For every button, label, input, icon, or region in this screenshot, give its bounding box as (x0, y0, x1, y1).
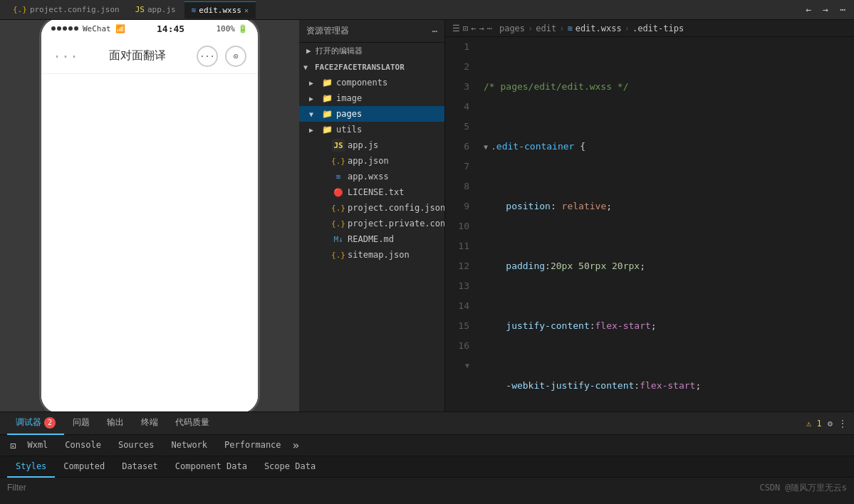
folder-components[interactable]: ▶ 📁 components (299, 75, 444, 90)
styles-label: Styles (16, 461, 46, 471)
tab-project-config[interactable]: {.} project.config.json (6, 1, 127, 19)
txt-icon-license: 🔴 (332, 186, 345, 199)
folder-pages[interactable]: ▼ 📁 pages (299, 106, 444, 122)
nav-icon-2[interactable]: ⊡ (463, 23, 468, 33)
file-label-appwxss: app.wxss (348, 172, 389, 182)
root-arrow: ▼ (303, 63, 315, 71)
more-files-icon[interactable]: ⋯ (432, 26, 437, 36)
main-area: WeChat 📶 14:45 100% 🔋 ··· 面对面翻译 ··· ⊙ (0, 20, 854, 411)
settings-icon[interactable]: ⚙ (828, 419, 833, 429)
project-name: FACE2FACETRANSLATOR (315, 63, 405, 72)
phone-page-title: 面对面翻译 (109, 48, 166, 63)
signal-dot-3 (63, 26, 67, 31)
js-icon-appjs: JS (332, 139, 345, 152)
json-icon-appjson: {.} (332, 154, 345, 167)
subpanel-tab-scopedata[interactable]: Scope Data (256, 456, 324, 478)
file-appwxss[interactable]: ≋ app.wxss (299, 169, 444, 184)
close-tab-icon[interactable]: ✕ (244, 6, 249, 14)
filter-input[interactable] (7, 483, 150, 493)
file-label-sitemap: sitemap.json (348, 250, 410, 260)
nav-back[interactable]: ← (471, 23, 476, 33)
panel-tab-wxml[interactable]: Wxml (19, 435, 56, 456)
top-bar: {.} project.config.json JS app.js ≋ edit… (0, 0, 854, 20)
scopedata-label: Scope Data (264, 461, 316, 471)
panel-tab-network[interactable]: Network (163, 435, 217, 456)
signal-dot-1 (51, 26, 56, 31)
folder-arrow: ▶ (309, 79, 321, 87)
file-sitemap[interactable]: {.} sitemap.json (299, 247, 444, 263)
phone-action-icon-2[interactable]: ⊙ (225, 46, 246, 67)
file-license[interactable]: 🔴 LICENSE.txt (299, 184, 444, 200)
quality-label: 代码质量 (175, 416, 209, 429)
file-panel-header-icons: ⋯ (432, 26, 437, 36)
folder-label-image: image (336, 93, 362, 103)
file-panel-header: 资源管理器 ⋯ (299, 20, 444, 43)
panel-tab-console[interactable]: Console (56, 435, 110, 456)
devtools-tab-output[interactable]: 输出 (98, 412, 132, 435)
subpanel-tab-componentdata[interactable]: Component Data (167, 456, 256, 478)
nav-fwd[interactable]: → (479, 23, 484, 33)
phone-panel: WeChat 📶 14:45 100% 🔋 ··· 面对面翻译 ··· ⊙ (0, 20, 299, 411)
phone-action-icon-1[interactable]: ··· (197, 46, 218, 67)
file-projectconfig[interactable]: {.} project.config.json (299, 200, 444, 216)
subpanel-tabs-row: Styles Computed Dataset Component Data S… (0, 456, 854, 478)
subpanel-tab-dataset[interactable]: Dataset (113, 456, 167, 478)
file-appjs[interactable]: JS app.js (299, 137, 444, 153)
code-line-5: justify-content:flex-start; (484, 316, 854, 336)
devtools-tab-debugger[interactable]: 调试器 2 (7, 412, 64, 435)
bc-filename: edit.wxss (576, 23, 622, 33)
file-explorer: 资源管理器 ⋯ ▶ 打开的编辑器 ▼ FACE2FACETRANSLATOR ▶… (299, 20, 445, 411)
tab-appjs[interactable]: JS app.js (128, 1, 183, 19)
selector-icon: ⊡ (10, 440, 16, 451)
devtools-tab-terminal[interactable]: 终端 (132, 412, 167, 435)
json-icon-projectprivate: {.} (332, 217, 345, 230)
forward-icon[interactable]: → (820, 3, 831, 16)
subpanel-tab-computed[interactable]: Computed (55, 456, 113, 478)
folder-label-pages: pages (336, 109, 362, 119)
code-container: 1 2 3 4 5 6 7 8 9 10 11 12 13 14 15 16 ▼… (445, 37, 854, 411)
json-icon-projectconfig: {.} (332, 201, 345, 214)
wxml-label: Wxml (27, 440, 48, 450)
code-line-6: -webkit-justify-content:flex-start; (484, 376, 854, 396)
top-bar-icons: ← → ⋯ (803, 3, 848, 16)
devtools-tab-quality[interactable]: 代码质量 (167, 412, 218, 435)
devtools-tab-issues[interactable]: 问题 (64, 412, 98, 435)
folder-arrow-utils: ▶ (309, 126, 321, 134)
file-projectprivate[interactable]: {.} project.private.config.js... (299, 216, 444, 231)
folder-arrow-pages: ▼ (309, 110, 321, 118)
selector-tool[interactable]: ⊡ (7, 440, 19, 451)
folder-label-components: components (336, 78, 387, 88)
debugger-badge: 2 (44, 417, 56, 429)
signal-dot-2 (57, 26, 61, 31)
phone-body (41, 74, 258, 411)
more-devtools-icon[interactable]: ⋮ (838, 419, 847, 429)
folder-icon-image: 📁 (321, 92, 333, 105)
breadcrumb-nav-icons: ☰ ⊡ ← → ⋯ (452, 23, 492, 33)
file-readme[interactable]: M↓ README.md (299, 231, 444, 247)
warning-count[interactable]: ⚠ 1 (806, 419, 822, 429)
bc-wxss-icon: ≋ (567, 23, 572, 33)
signal-dot-4 (68, 26, 73, 31)
nav-icon-1[interactable]: ☰ (452, 23, 460, 33)
devtools-tabs-row: 调试器 2 问题 输出 终端 代码质量 ⚠ 1 ⚙ ⋮ (0, 412, 854, 435)
file-label-projectprivate: project.private.config.js... (348, 219, 444, 229)
more-icon[interactable]: ⋯ (837, 3, 848, 16)
file-label-license: LICENSE.txt (348, 187, 404, 197)
back-icon[interactable]: ← (803, 3, 815, 16)
code-line-1: /* pages/edit/edit.wxss */ (484, 77, 854, 97)
more-panel-tabs-icon[interactable]: » (293, 439, 300, 452)
folder-utils[interactable]: ▶ 📁 utils (299, 122, 444, 137)
nav-more[interactable]: ⋯ (487, 23, 492, 33)
open-editors-section[interactable]: ▶ 打开的编辑器 (299, 43, 444, 59)
phone-frame: WeChat 📶 14:45 100% 🔋 ··· 面对面翻译 ··· ⊙ (39, 20, 260, 411)
dataset-label: Dataset (122, 461, 158, 471)
subpanel-tab-styles[interactable]: Styles (7, 456, 55, 478)
file-appjson[interactable]: {.} app.json (299, 153, 444, 169)
tab-edit-wxss[interactable]: ≋ edit.wxss ✕ (184, 1, 256, 19)
folder-image[interactable]: ▶ 📁 image (299, 90, 444, 106)
console-label: Console (65, 440, 101, 450)
battery-label: 100% (217, 24, 236, 33)
panel-tab-sources[interactable]: Sources (110, 435, 163, 456)
project-root[interactable]: ▼ FACE2FACETRANSLATOR (299, 59, 444, 75)
panel-tab-performance[interactable]: Performance (216, 435, 289, 456)
